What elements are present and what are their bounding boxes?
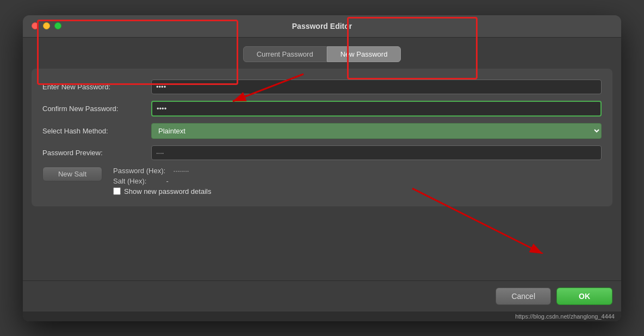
password-preview-label: Password Preview: <box>42 149 151 157</box>
salt-hex-row: Salt (Hex): - <box>113 177 602 185</box>
salt-details: Password (Hex): ········ Salt (Hex): - S… <box>113 167 602 196</box>
spacer <box>32 206 612 272</box>
confirm-password-input[interactable] <box>151 101 602 117</box>
password-hex-value: ········ <box>174 167 189 175</box>
password-preview-value: ···· <box>151 145 602 160</box>
tab-new-password[interactable]: New Password <box>327 46 401 62</box>
password-preview-row: Password Preview: ···· <box>42 145 602 160</box>
tab-bar: Current Password New Password <box>32 46 612 62</box>
confirm-password-label: Confirm New Password: <box>42 105 151 113</box>
show-details-checkbox[interactable] <box>113 187 121 195</box>
show-details-row: Show new password details <box>113 187 602 196</box>
close-button[interactable] <box>32 22 39 29</box>
traffic-lights <box>32 22 61 29</box>
cancel-button[interactable]: Cancel <box>496 288 551 305</box>
hash-method-select[interactable]: Plaintext <box>151 123 602 139</box>
show-details-label: Show new password details <box>124 187 211 196</box>
enter-password-row: Enter New Password: <box>42 80 602 94</box>
salt-section: New Salt Password (Hex): ········ Salt (… <box>42 167 602 196</box>
salt-hex-label: Salt (Hex): <box>113 177 146 185</box>
tab-current-password[interactable]: Current Password <box>243 46 327 62</box>
status-url: https://blog.csdn.net/zhanglong_4444 <box>515 313 615 320</box>
window-title: Password Editor <box>292 22 352 30</box>
enter-password-input[interactable] <box>151 80 602 94</box>
enter-password-label: Enter New Password: <box>42 83 151 91</box>
password-editor-window: Password Editor Current Password New Pas… <box>23 15 621 321</box>
bottom-bar: Cancel OK <box>23 280 621 311</box>
titlebar: Password Editor <box>23 15 621 38</box>
hash-method-label: Select Hash Method: <box>42 127 151 135</box>
hash-method-row: Select Hash Method: Plaintext <box>42 123 602 139</box>
salt-hex-value: - <box>166 177 169 185</box>
status-bar: https://blog.csdn.net/zhanglong_4444 <box>23 311 621 321</box>
form-panel: Enter New Password: Confirm New Password… <box>32 69 612 206</box>
maximize-button[interactable] <box>54 22 61 29</box>
password-hex-row: Password (Hex): ········ <box>113 167 602 175</box>
minimize-button[interactable] <box>43 22 50 29</box>
main-content: Current Password New Password Enter New … <box>23 38 621 280</box>
new-salt-button[interactable]: New Salt <box>42 167 102 181</box>
ok-button[interactable]: OK <box>556 288 612 305</box>
password-hex-label: Password (Hex): <box>113 167 165 175</box>
confirm-password-row: Confirm New Password: <box>42 101 602 117</box>
